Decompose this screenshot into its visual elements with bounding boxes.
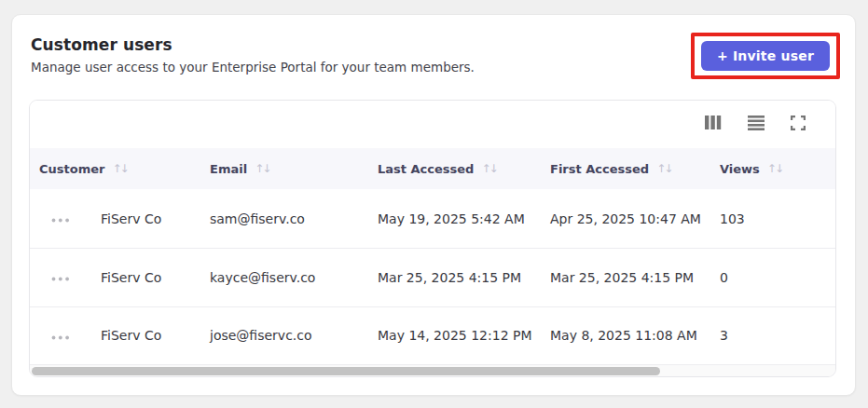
row-action-cell: [30, 266, 91, 288]
row-action-cell: [30, 325, 91, 347]
fullscreen-button[interactable]: [789, 114, 807, 135]
table-row[interactable]: FiServ Co sam@fiserv.co May 19, 2025 5:4…: [30, 189, 835, 248]
density-icon: [748, 116, 765, 133]
users-table: Customer ↑↓ Email ↑↓ Last Accessed ↑↓ Fi…: [29, 100, 836, 377]
table-row[interactable]: FiServ Co kayce@fiserv.co Mar 25, 2025 4…: [30, 248, 835, 306]
columns-button[interactable]: [703, 114, 723, 134]
horizontal-scrollbar[interactable]: [30, 364, 835, 376]
sort-icon[interactable]: ↑↓: [255, 162, 269, 175]
ellipsis-icon: [51, 211, 70, 225]
cell-first-accessed: Apr 25, 2025 10:47 AM: [541, 211, 710, 226]
customer-users-card: Customer users Manage user access to you…: [11, 14, 856, 396]
cell-views: 3: [710, 328, 835, 343]
cell-last-accessed: May 19, 2025 5:42 AM: [368, 211, 541, 226]
fullscreen-icon: [791, 116, 806, 133]
cell-customer: FiServ Co: [91, 270, 200, 285]
cell-email: kayce@fiserv.co: [200, 270, 368, 285]
column-header-email[interactable]: Email ↑↓: [200, 162, 368, 176]
column-header-views[interactable]: Views ↑↓: [710, 162, 835, 176]
sort-icon[interactable]: ↑↓: [656, 162, 671, 175]
cell-customer: FiServ Co: [91, 211, 200, 226]
sort-icon[interactable]: ↑↓: [481, 162, 496, 175]
row-action-cell: [30, 208, 91, 229]
sort-icon[interactable]: ↑↓: [767, 162, 782, 175]
page-title: Customer users: [31, 35, 475, 54]
cell-first-accessed: May 8, 2025 11:08 AM: [541, 328, 710, 343]
ellipsis-icon: [51, 270, 70, 284]
sort-icon[interactable]: ↑↓: [112, 162, 127, 175]
column-header-last-accessed[interactable]: Last Accessed ↑↓: [368, 162, 541, 176]
column-header-first-accessed[interactable]: First Accessed ↑↓: [541, 162, 710, 176]
column-label: Views: [720, 162, 760, 176]
cell-last-accessed: May 14, 2025 12:12 PM: [368, 328, 541, 343]
cell-views: 103: [710, 211, 835, 226]
row-menu-button[interactable]: [49, 208, 72, 229]
table-row[interactable]: FiServ Co jose@fiservc.co May 14, 2025 1…: [30, 306, 835, 365]
title-block: Customer users Manage user access to you…: [31, 35, 475, 75]
cell-first-accessed: Mar 25, 2025 4:15 PM: [541, 270, 710, 285]
column-label: Last Accessed: [378, 162, 474, 176]
columns-icon: [705, 116, 722, 132]
column-header-customer[interactable]: Customer ↑↓: [30, 162, 200, 176]
table-header-row: Customer ↑↓ Email ↑↓ Last Accessed ↑↓ Fi…: [30, 148, 835, 190]
table-toolbar: [30, 101, 835, 148]
column-label: Customer: [39, 162, 104, 176]
invite-user-button[interactable]: + Invite user: [701, 41, 830, 71]
row-menu-button[interactable]: [49, 266, 72, 288]
annotation-highlight-box: + Invite user: [691, 33, 840, 79]
cell-last-accessed: Mar 25, 2025 4:15 PM: [368, 270, 541, 285]
column-label: Email: [210, 162, 247, 176]
scrollbar-thumb[interactable]: [32, 367, 660, 375]
cell-email: sam@fiserv.co: [200, 211, 368, 226]
row-menu-button[interactable]: [49, 325, 72, 347]
ellipsis-icon: [51, 329, 70, 343]
cell-customer: FiServ Co: [91, 328, 200, 343]
cell-views: 0: [710, 270, 835, 285]
card-header: Customer users Manage user access to you…: [12, 15, 855, 79]
column-label: First Accessed: [550, 162, 649, 176]
page-subtitle: Manage user access to your Enterprise Po…: [31, 60, 475, 75]
density-button[interactable]: [746, 114, 766, 135]
cell-email: jose@fiservc.co: [200, 328, 368, 343]
